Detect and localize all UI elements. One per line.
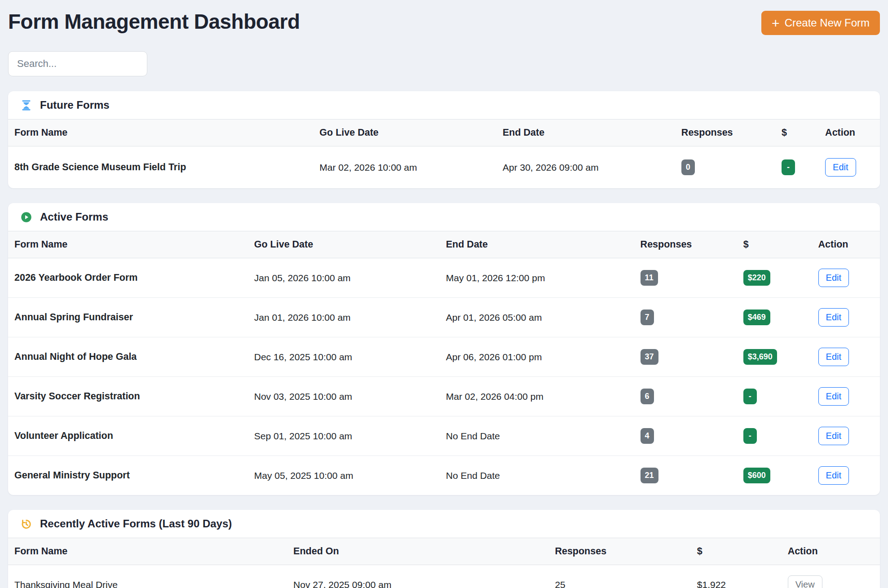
table-header-row: Form Name Ended On Responses $ Action xyxy=(8,538,880,565)
responses-badge: 6 xyxy=(641,389,654,405)
active-forms-section: Active Forms Form Name Go Live Date End … xyxy=(8,203,880,495)
form-name: Annual Night of Hope Gala xyxy=(8,337,248,377)
table-row: General Ministry Support May 05, 2025 10… xyxy=(8,456,880,495)
plus-icon: + xyxy=(772,17,780,29)
column-header: Responses xyxy=(675,119,775,146)
end-date: No End Date xyxy=(440,416,634,456)
column-header: Form Name xyxy=(8,231,248,258)
clock-history-icon xyxy=(20,518,32,530)
form-name: Varsity Soccer Registration xyxy=(8,377,248,416)
column-header: Action xyxy=(819,119,880,146)
responses-badge: 0 xyxy=(681,159,695,176)
table-header-row: Form Name Go Live Date End Date Response… xyxy=(8,231,880,258)
ended-on-date: Nov 27, 2025 09:00 am xyxy=(287,565,548,588)
edit-button[interactable]: Edit xyxy=(818,387,849,406)
page-title: Form Management Dashboard xyxy=(8,9,300,35)
amount-badge: - xyxy=(743,428,757,444)
column-header: $ xyxy=(737,231,812,258)
form-name: Volunteer Application xyxy=(8,416,248,456)
column-header: $ xyxy=(691,538,782,565)
create-new-form-button[interactable]: + Create New Form xyxy=(761,11,880,35)
form-name: 8th Grade Science Museum Field Trip xyxy=(8,146,313,189)
responses-count: 25 xyxy=(548,565,690,588)
play-circle-icon xyxy=(20,211,32,223)
edit-button[interactable]: Edit xyxy=(818,348,849,366)
future-forms-section: Future Forms Form Name Go Live Date End … xyxy=(8,91,880,188)
go-live-date: Dec 16, 2025 10:00 am xyxy=(248,337,440,377)
section-title: Future Forms xyxy=(40,99,110,111)
edit-button[interactable]: Edit xyxy=(818,308,849,327)
amount-badge: $600 xyxy=(743,468,770,484)
table-row: Annual Spring Fundraiser Jan 01, 2026 10… xyxy=(8,298,880,337)
hourglass-icon xyxy=(20,99,32,111)
go-live-date: Nov 03, 2025 10:00 am xyxy=(248,377,440,416)
amount-badge: $3,690 xyxy=(743,349,777,365)
search-row xyxy=(8,51,880,76)
form-name: Annual Spring Fundraiser xyxy=(8,298,248,337)
responses-badge: 4 xyxy=(641,428,654,444)
table-row: Volunteer Application Sep 01, 2025 10:00… xyxy=(8,416,880,456)
recently-active-forms-section: Recently Active Forms (Last 90 Days) For… xyxy=(8,510,880,588)
amount-badge: - xyxy=(743,389,757,405)
column-header: Form Name xyxy=(8,538,287,565)
column-header: Ended On xyxy=(287,538,548,565)
amount-value: $1,922 xyxy=(691,565,782,588)
view-button[interactable]: View xyxy=(788,575,822,588)
form-name: General Ministry Support xyxy=(8,456,248,495)
column-header: $ xyxy=(775,119,819,146)
end-date: Apr 30, 2026 09:00 am xyxy=(496,146,675,189)
amount-badge: $220 xyxy=(743,270,770,286)
edit-button[interactable]: Edit xyxy=(818,269,849,287)
form-name: 2026 Yearbook Order Form xyxy=(8,258,248,298)
future-forms-header: Future Forms xyxy=(8,91,880,119)
responses-badge: 11 xyxy=(641,270,658,286)
create-new-form-label: Create New Form xyxy=(785,17,870,29)
column-header: Form Name xyxy=(8,119,313,146)
column-header: Action xyxy=(782,538,880,565)
table-row: 2026 Yearbook Order Form Jan 05, 2026 10… xyxy=(8,258,880,298)
end-date: Mar 02, 2026 04:00 pm xyxy=(440,377,634,416)
go-live-date: Sep 01, 2025 10:00 am xyxy=(248,416,440,456)
go-live-date: May 05, 2025 10:00 am xyxy=(248,456,440,495)
column-header: Go Live Date xyxy=(313,119,496,146)
table-row: 8th Grade Science Museum Field Trip Mar … xyxy=(8,146,880,189)
column-header: End Date xyxy=(440,231,634,258)
column-header: Action xyxy=(812,231,880,258)
end-date: No End Date xyxy=(440,456,634,495)
amount-badge: $469 xyxy=(743,309,770,326)
column-header: Responses xyxy=(548,538,690,565)
column-header: Responses xyxy=(634,231,737,258)
edit-button[interactable]: Edit xyxy=(818,427,849,445)
column-header: End Date xyxy=(496,119,675,146)
go-live-date: Mar 02, 2026 10:00 am xyxy=(313,146,496,189)
responses-badge: 7 xyxy=(641,309,654,326)
responses-badge: 21 xyxy=(641,468,658,484)
responses-badge: 37 xyxy=(641,349,658,365)
edit-button[interactable]: Edit xyxy=(825,158,856,177)
search-input[interactable] xyxy=(8,51,147,76)
end-date: Apr 01, 2026 05:00 am xyxy=(440,298,634,337)
end-date: May 01, 2026 12:00 pm xyxy=(440,258,634,298)
column-header: Go Live Date xyxy=(248,231,440,258)
go-live-date: Jan 05, 2026 10:00 am xyxy=(248,258,440,298)
amount-badge: - xyxy=(782,159,795,176)
section-title: Recently Active Forms (Last 90 Days) xyxy=(40,517,232,530)
form-name: Thanksgiving Meal Drive xyxy=(8,565,287,588)
table-row: Varsity Soccer Registration Nov 03, 2025… xyxy=(8,377,880,416)
end-date: Apr 06, 2026 01:00 pm xyxy=(440,337,634,377)
table-row: Thanksgiving Meal Drive Nov 27, 2025 09:… xyxy=(8,565,880,588)
go-live-date: Jan 01, 2026 10:00 am xyxy=(248,298,440,337)
recently-active-forms-header: Recently Active Forms (Last 90 Days) xyxy=(8,510,880,538)
active-forms-table: Form Name Go Live Date End Date Response… xyxy=(8,231,880,495)
table-header-row: Form Name Go Live Date End Date Response… xyxy=(8,119,880,146)
recently-active-forms-table: Form Name Ended On Responses $ Action Th… xyxy=(8,538,880,588)
active-forms-header: Active Forms xyxy=(8,203,880,231)
top-bar: Form Management Dashboard + Create New F… xyxy=(8,9,880,35)
edit-button[interactable]: Edit xyxy=(818,466,849,485)
table-row: Annual Night of Hope Gala Dec 16, 2025 1… xyxy=(8,337,880,377)
section-title: Active Forms xyxy=(40,211,108,223)
future-forms-table: Form Name Go Live Date End Date Response… xyxy=(8,119,880,188)
